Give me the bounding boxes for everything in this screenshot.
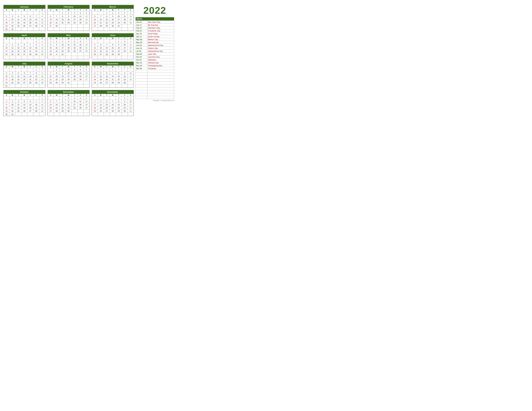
day-cell: 23: [122, 106, 128, 109]
day-header-cell: M: [54, 37, 60, 40]
day-cell: 30: [39, 81, 45, 84]
day-cell: 11: [128, 43, 134, 46]
day-cell: 22: [60, 21, 66, 24]
day-cell: 5: [21, 100, 28, 103]
day-header-cell: S: [4, 37, 10, 40]
day-cell: 14: [54, 18, 60, 21]
day-cell: 4: [77, 97, 84, 100]
day-cell: 5: [98, 100, 104, 103]
holiday-event: Easter Sunday: [147, 35, 174, 38]
day-header-cell: T: [16, 9, 21, 11]
day-cell: 10: [10, 18, 16, 21]
day-cell: [110, 56, 116, 59]
day-cell: [28, 28, 33, 31]
day-cell: [84, 84, 89, 87]
day-cell: [10, 40, 16, 43]
day-cell: 4: [66, 40, 72, 43]
day-header-cell: W: [110, 94, 116, 97]
day-cell: 27: [98, 53, 104, 56]
day-header-cell: W: [110, 9, 116, 11]
day-cell: 26: [16, 81, 21, 84]
blank-notes-cell: [147, 76, 174, 79]
day-cell: 1: [48, 40, 54, 43]
month-table-september: SeptemberSMTWTFSSMTWTFS45678910111213141…: [92, 62, 134, 87]
day-cell: 16: [60, 75, 66, 78]
day-cell: 10: [60, 43, 66, 46]
day-cell: 22: [33, 78, 39, 81]
day-cell: 15: [60, 103, 66, 106]
day-cell: 10: [72, 15, 77, 18]
day-cell: 12: [16, 75, 21, 78]
day-cell: 10: [128, 71, 134, 75]
day-header-cell: T: [72, 65, 77, 68]
month-table-august: AugustSMTWTFS123456789101112131415161718…: [48, 62, 89, 87]
day-header-cell: S: [92, 9, 98, 11]
day-cell: 10: [122, 43, 128, 46]
day-cell: [48, 56, 54, 59]
day-cell: 29: [39, 24, 45, 28]
day-cell: 20: [28, 21, 33, 24]
day-cell: 16: [116, 46, 122, 49]
blank-notes-cell: [147, 70, 174, 73]
day-cell: 8: [39, 100, 45, 103]
day-cell: 20: [84, 75, 89, 78]
day-cell: [110, 97, 116, 100]
day-cell: 22: [110, 49, 116, 53]
day-cell: [33, 56, 39, 59]
day-cell: 16: [39, 75, 45, 78]
day-cell: 16: [66, 103, 72, 106]
day-cell: [92, 113, 98, 116]
day-cell: 23: [66, 106, 72, 109]
day-cell: 13: [92, 18, 98, 21]
day-cell: 11: [66, 43, 72, 46]
day-cell: 21: [54, 21, 60, 24]
day-header-cell: M: [10, 65, 16, 68]
day-cell: 1: [116, 97, 122, 100]
day-cell: 9: [60, 71, 66, 75]
day-cell: 19: [21, 21, 28, 24]
day-cell: [33, 11, 39, 15]
holiday-row: Jun 19Father's Day: [136, 47, 174, 50]
day-cell: [122, 113, 128, 116]
day-header-cell: S: [48, 94, 54, 97]
blank-notes-cell: [147, 82, 174, 84]
day-cell: 5: [21, 15, 28, 18]
month-june: JuneSMTWTFS12356789101112131415161718192…: [92, 33, 134, 59]
day-cell: 14: [110, 103, 116, 106]
day-cell: 13: [104, 75, 110, 78]
day-cell: 24: [60, 49, 66, 53]
day-header-cell: T: [116, 94, 122, 97]
day-cell: 4: [16, 100, 21, 103]
day-cell: 2: [66, 11, 72, 15]
day-cell: 11: [16, 18, 21, 21]
day-cell: 7: [54, 15, 60, 18]
day-header-cell: T: [116, 37, 122, 40]
holiday-row: Apr 15Good Friday: [136, 32, 174, 35]
day-header-cell: T: [60, 37, 66, 40]
day-cell: 4: [92, 71, 98, 75]
holiday-event: Columbus Day: [147, 56, 174, 58]
blank-notes-cell: [136, 87, 147, 90]
day-cell: [54, 28, 60, 31]
day-cell: 29: [104, 24, 110, 28]
day-cell: [28, 113, 33, 116]
day-cell: 24: [66, 78, 72, 81]
day-header-cell: W: [110, 65, 116, 68]
blank-notes-cell: [136, 93, 147, 96]
day-cell: 27: [104, 109, 110, 113]
day-cell: 31: [10, 28, 16, 31]
day-cell: 24: [10, 24, 16, 28]
day-header-cell: S: [128, 94, 134, 97]
day-cell: 23: [110, 21, 116, 24]
day-cell: [122, 53, 128, 56]
day-cell: [16, 97, 21, 100]
day-cell: 25: [16, 109, 21, 113]
day-header-cell: T: [104, 9, 110, 11]
day-cell: 1: [60, 97, 66, 100]
day-cell: [28, 84, 33, 87]
day-header-cell: T: [60, 94, 66, 97]
day-cell: 21: [48, 78, 54, 81]
day-cell: [128, 56, 134, 59]
day-cell: [92, 56, 98, 59]
day-cell: 11: [10, 75, 16, 78]
